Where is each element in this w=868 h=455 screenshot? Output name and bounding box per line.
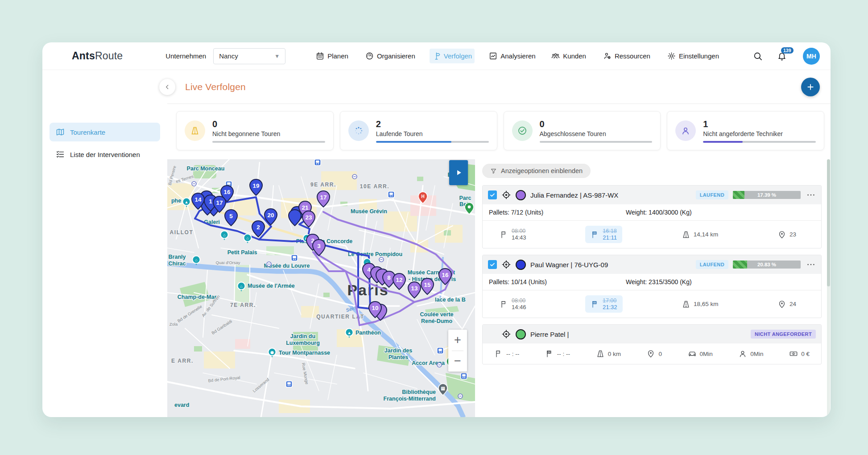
driver-progress: 20.83 %	[733, 261, 801, 269]
nav-item-einstellungen[interactable]: Einstellungen	[665, 49, 722, 63]
driver-checkbox[interactable]	[488, 190, 497, 199]
svg-text:⌂: ⌂	[246, 236, 248, 240]
finish-flag-icon	[591, 300, 599, 309]
svg-text:12: 12	[396, 277, 402, 283]
nav-item-planen[interactable]: Planen	[313, 49, 351, 63]
stats-row: 0Nicht begonnene Touren 2Laufende Touren…	[176, 111, 824, 150]
svg-text:H: H	[421, 194, 424, 199]
notifications-button[interactable]: 139	[777, 51, 787, 61]
svg-text:phe: phe	[171, 198, 181, 204]
zoom-out-button[interactable]: −	[448, 351, 467, 372]
svg-text:Parc Monceau: Parc Monceau	[187, 165, 225, 172]
app-window: AntsRoute Unternehmen Nancy ▼ Planen Org…	[42, 42, 831, 417]
road-icon	[185, 120, 205, 141]
svg-text:14: 14	[194, 196, 202, 203]
locate-icon[interactable]	[501, 190, 511, 200]
nav-item-verfolgen[interactable]: Verfolgen	[430, 49, 475, 63]
flag-icon	[500, 300, 508, 309]
svg-text:19: 19	[252, 182, 259, 189]
car-icon	[688, 349, 697, 358]
search-icon	[753, 51, 763, 61]
company-select[interactable]: Nancy ▼	[213, 48, 285, 64]
avatar[interactable]: MH	[803, 48, 820, 65]
stat-card-not-started: 0Nicht begonnene Touren	[176, 111, 334, 150]
nav-item-analysieren[interactable]: Analysieren	[486, 49, 538, 63]
svg-text:⌂: ⌂	[195, 258, 197, 262]
nav-right: Kunden Ressourcen Einstellungen 139 MH	[549, 48, 820, 65]
plus-icon	[806, 83, 815, 91]
more-menu-icon[interactable]	[806, 190, 816, 200]
company-label: Unternehmen	[165, 52, 206, 60]
stat-value: 0	[540, 119, 653, 129]
svg-text:23: 23	[305, 214, 312, 221]
more-menu-icon[interactable]	[806, 260, 816, 269]
map-expand-button[interactable]	[449, 160, 468, 185]
svg-text:17: 17	[216, 199, 223, 206]
sidebar-item-label: Tourenkarte	[70, 128, 105, 136]
stat-progress	[703, 141, 816, 143]
svg-text:Quai d'Orsay: Quai d'Orsay	[215, 260, 240, 265]
svg-text:7E ARR.: 7E ARR.	[230, 302, 256, 308]
driver-card-pierre: Pierre Patel | NICHT ANGEFORDERT -- : --…	[482, 324, 822, 364]
scrollbar[interactable]	[827, 159, 830, 417]
nav-item-ressourcen[interactable]: Ressourcen	[600, 49, 653, 63]
svg-text:⌂: ⌂	[240, 284, 242, 289]
company-select-value: Nancy	[219, 52, 238, 60]
start-time: 08:0014:43	[500, 228, 526, 241]
driver-weight: Weight: 2315/3500 (Kg)	[626, 278, 692, 285]
nav-item-kunden[interactable]: Kunden	[549, 49, 589, 63]
stat-progress	[540, 141, 653, 143]
locate-icon[interactable]	[501, 329, 511, 339]
driver-card-julia: Julia Fernandez | AS-987-WX LAUFEND 17.3…	[482, 185, 822, 248]
nav-item-organisieren[interactable]: Organisieren	[363, 49, 418, 63]
svg-text:3: 3	[317, 243, 321, 249]
svg-text:Panthéon: Panthéon	[355, 330, 381, 336]
svg-text:AILLOT: AILLOT	[170, 229, 194, 236]
zoom-in-button[interactable]: +	[448, 330, 467, 351]
svg-text:lace de la B: lace de la B	[435, 297, 466, 303]
checklist-icon	[56, 150, 65, 159]
stat-value: 2	[376, 119, 489, 129]
svg-text:20: 20	[267, 212, 274, 219]
notification-badge: 139	[781, 47, 794, 54]
stat-progress	[212, 141, 325, 143]
service-duration: 0Min	[738, 349, 763, 358]
svg-text:9E ARR.: 9E ARR.	[310, 182, 336, 188]
svg-text:10: 10	[372, 305, 378, 311]
driver-weight: Weight: 1400/3000 (Kg)	[626, 209, 692, 216]
svg-text:▲: ▲	[347, 331, 351, 335]
driver-name: Paul Wagner | 76-UYG-09	[530, 261, 608, 269]
driver-stops: 23	[777, 230, 796, 239]
driver-progress: 17.39 %	[733, 191, 801, 199]
driver-checkbox[interactable]	[488, 260, 497, 269]
driver-stops: 0	[646, 349, 662, 358]
driver-distance: 0 km	[596, 349, 621, 358]
map[interactable]: Bd Pereirees TernesParc Monceau9E ARR.10…	[167, 159, 475, 417]
drivers-panel: Anzeigeoptionen einblenden Julia Fernand…	[475, 159, 831, 417]
sidebar-item-interventionen[interactable]: Liste der Interventionen	[50, 145, 160, 164]
end-time: -- : --	[545, 349, 570, 358]
status-badge: NICHT ANGEFORDERT	[751, 330, 816, 339]
svg-text:1: 1	[209, 198, 212, 205]
spinner-icon	[348, 120, 369, 141]
display-options-button[interactable]: Anzeigeoptionen einblenden	[482, 164, 591, 178]
users-icon	[551, 52, 560, 60]
logo[interactable]: AntsRoute	[55, 50, 123, 63]
stat-progress	[376, 141, 489, 143]
svg-text:15: 15	[424, 281, 431, 288]
scrollbar-thumb[interactable]	[827, 159, 830, 286]
svg-text:Luxembourg: Luxembourg	[286, 340, 320, 346]
search-button[interactable]	[753, 51, 763, 61]
chevron-down-icon: ▼	[274, 53, 280, 59]
sidebar-item-tourenkarte[interactable]: Tourenkarte	[50, 123, 160, 141]
chevron-left-icon	[164, 83, 171, 91]
collapse-sidebar-button[interactable]	[159, 79, 175, 95]
start-time: 08:0014:46	[500, 298, 526, 310]
svg-text:Jardin du: Jardin du	[290, 333, 315, 339]
pin-icon	[777, 230, 786, 239]
drive-duration: 0Min	[688, 349, 713, 358]
locate-icon[interactable]	[501, 260, 511, 269]
svg-text:▲: ▲	[185, 200, 189, 204]
finish-flag-icon	[545, 349, 554, 358]
add-button[interactable]	[801, 78, 820, 96]
